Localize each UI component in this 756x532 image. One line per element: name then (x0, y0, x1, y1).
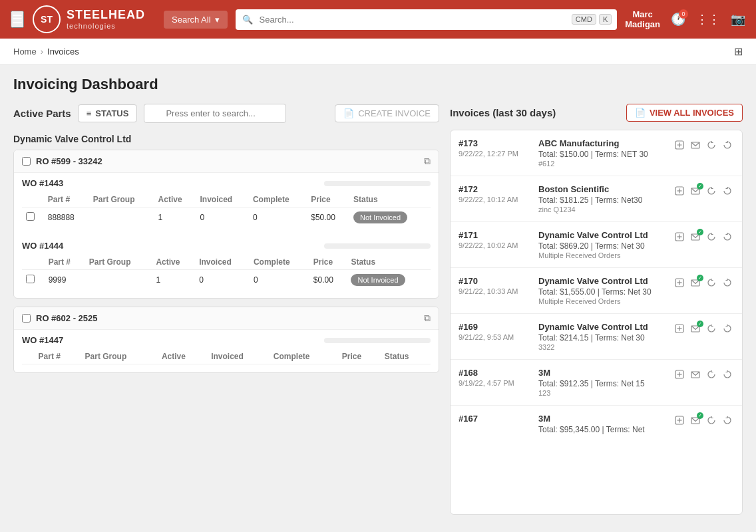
ro-external-link-2[interactable]: ⧉ (424, 313, 431, 324)
invoice-item: #169 9/21/22, 9:53 AM Dynamic Valve Cont… (451, 314, 742, 360)
view-all-invoices-button[interactable]: 📄 VIEW ALL INVOICES (626, 104, 743, 122)
undo-button[interactable] (721, 368, 734, 383)
part-active: 1 (154, 207, 196, 228)
ro-header-left-2: RO #602 - 2525 (22, 313, 98, 323)
col-status: Status (349, 192, 431, 207)
invoice-details: ABC Manufacturing Total: $150.00 | Terms… (538, 138, 666, 168)
global-search-bar: 🔍 CMD K (236, 9, 618, 30)
part-price: $50.00 (307, 207, 349, 228)
invoice-total-terms: Total: $912.35 | Terms: Net 15 (538, 379, 666, 388)
undo-button[interactable] (721, 230, 734, 245)
email-button[interactable]: ✓ (689, 230, 702, 245)
search-all-button[interactable]: Search All ▾ (164, 11, 228, 29)
invoice-list-icon: 📄 (635, 108, 646, 118)
edit-button[interactable] (673, 276, 686, 291)
part-checkbox[interactable] (26, 275, 35, 283)
undo-button[interactable] (721, 276, 734, 291)
part-number: 9999 (45, 270, 85, 291)
company-name: Dynamic Valve Control Ltd (13, 131, 439, 150)
email-check-badge: ✓ (697, 183, 703, 190)
right-panel-header: Invoices (last 30 days) 📄 VIEW ALL INVOI… (450, 104, 743, 122)
email-button[interactable] (689, 368, 702, 383)
invoice-total-terms: Total: $181.25 | Terms: Net30 (538, 196, 666, 205)
col-active: Active (154, 192, 196, 207)
global-search-input[interactable] (236, 9, 618, 30)
col-invoiced: Invoiced (196, 192, 248, 207)
brand-name: STEELHEAD (67, 8, 145, 23)
refresh-button[interactable] (705, 184, 718, 200)
refresh-button[interactable] (705, 276, 718, 291)
col-part-num: Part # (45, 255, 85, 270)
parts-search-input[interactable] (144, 104, 286, 123)
wo-progress-1444 (324, 243, 431, 249)
part-number: 888888 (44, 207, 89, 228)
edit-button[interactable] (673, 184, 686, 200)
ro-checkbox-1[interactable] (22, 157, 31, 166)
brand-sub: technologies (67, 22, 145, 31)
part-group (89, 207, 154, 228)
status-filter-button[interactable]: ≡ STATUS (78, 104, 138, 122)
email-check-badge: ✓ (697, 275, 703, 281)
undo-button[interactable] (721, 322, 734, 337)
edit-button[interactable] (673, 230, 686, 245)
invoice-date: 9/21/22, 10:33 AM (459, 287, 532, 295)
email-button[interactable]: ✓ (689, 276, 702, 291)
invoice-date: 9/22/22, 10:02 AM (459, 241, 532, 249)
refresh-button[interactable] (705, 322, 718, 337)
edit-button[interactable] (673, 322, 686, 337)
camera-button[interactable]: 📷 (731, 12, 745, 27)
part-checkbox[interactable] (26, 212, 35, 221)
invoice-actions (673, 138, 734, 154)
ro-card-2: RO #602 - 2525 ⧉ WO #1447 (13, 307, 439, 373)
refresh-button[interactable] (705, 368, 718, 383)
invoice-details: Dynamic Valve Control Ltd Total: $214.15… (538, 322, 666, 351)
ro-checkbox-2[interactable] (22, 314, 31, 323)
invoice-ref: #612 (538, 160, 666, 168)
refresh-button[interactable] (705, 230, 718, 245)
logo: ST STEELHEAD technologies (32, 5, 145, 34)
wo-label-1447: WO #1447 (22, 335, 63, 345)
invoice-date: 9/22/22, 12:27 PM (459, 150, 532, 158)
part-active: 1 (152, 270, 195, 291)
invoice-list: #173 9/22/22, 12:27 PM ABC Manufacturing… (450, 130, 743, 515)
invoice-date: 9/21/22, 9:53 AM (459, 333, 532, 341)
invoice-company: Dynamic Valve Control Ltd (538, 230, 666, 240)
edit-button[interactable] (673, 414, 686, 429)
refresh-button[interactable] (705, 138, 718, 154)
email-button[interactable]: ✓ (689, 184, 702, 200)
email-button[interactable] (689, 138, 702, 154)
left-scroll-area: Dynamic Valve Control Ltd RO #599 - 3324… (13, 131, 439, 515)
wo-label-1443: WO #1443 (22, 178, 63, 188)
right-panel: Invoices (last 30 days) 📄 VIEW ALL INVOI… (450, 104, 743, 515)
undo-button[interactable] (721, 414, 734, 429)
invoice-item: #167 3M Total: $95,345.00 | Terms: Net ✓ (451, 406, 742, 443)
user-info: MarcMadigan (625, 9, 660, 29)
edit-button[interactable] (673, 138, 686, 154)
apps-button[interactable]: ⋮⋮ (696, 12, 720, 27)
left-panel: Active Parts ≡ STATUS 🔍 📄 CREATE INVOICE… (13, 104, 439, 515)
invoice-icon: 📄 (343, 108, 354, 118)
invoice-details: 3M Total: $95,345.00 | Terms: Net (538, 414, 666, 435)
invoice-item: #168 9/19/22, 4:57 PM 3M Total: $912.35 … (451, 360, 742, 406)
undo-button[interactable] (721, 184, 734, 200)
email-check-badge: ✓ (697, 321, 703, 327)
undo-button[interactable] (721, 138, 734, 154)
col-status: Status (347, 255, 431, 270)
pin-button[interactable]: ⊞ (734, 45, 743, 58)
hamburger-menu-button[interactable]: ☰ (11, 11, 24, 28)
refresh-button[interactable] (705, 414, 718, 429)
ro-external-link-1[interactable]: ⧉ (424, 156, 431, 167)
notifications-button[interactable]: 🕐 0 (671, 12, 685, 27)
col-check (22, 255, 45, 270)
email-button[interactable]: ✓ (689, 322, 702, 337)
col-invoiced: Invoiced (207, 349, 270, 364)
email-check-badge: ✓ (697, 412, 703, 419)
email-button[interactable]: ✓ (689, 414, 702, 429)
edit-button[interactable] (673, 368, 686, 383)
invoice-ref: Multiple Received Orders (538, 297, 666, 305)
col-active: Active (158, 349, 207, 364)
breadcrumb-home[interactable]: Home (13, 47, 37, 57)
invoice-actions: ✓ (673, 230, 734, 245)
create-invoice-button[interactable]: 📄 CREATE INVOICE (335, 104, 439, 122)
kbd-cmd: CMD (572, 14, 596, 25)
